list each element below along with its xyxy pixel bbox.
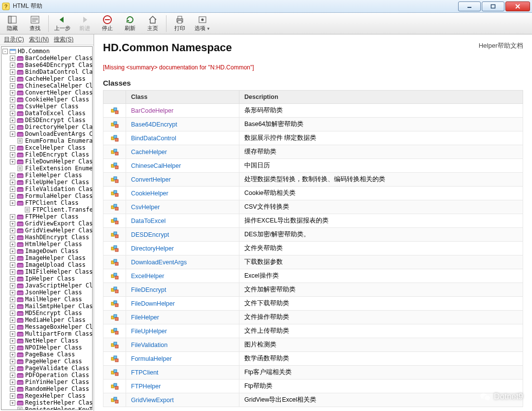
class-link[interactable]: FileUpHelper [131,328,167,335]
class-link[interactable]: CookieHelper [131,190,168,197]
expand-icon[interactable] [10,304,15,309]
expand-icon[interactable] [10,125,15,130]
expand-icon[interactable] [10,393,15,399]
expand-icon[interactable] [10,290,15,295]
tree-node[interactable]: RegexHelper Class [9,392,83,399]
tree-node[interactable]: DataToExcel Class [9,110,83,117]
tree-node[interactable]: RegisterHelper Class [9,399,83,406]
tree-node[interactable]: BindDataControl Clas [9,68,83,75]
class-link[interactable]: CacheHelper [131,149,167,156]
class-link[interactable]: ChineseCalHelper [131,162,181,169]
tree-node[interactable]: ImageUpload Class [9,261,83,268]
expand-icon[interactable] [10,276,15,282]
class-link[interactable]: ConvertHelper [131,176,171,183]
expand-icon[interactable] [10,255,15,261]
expand-icon[interactable] [10,400,15,406]
expand-icon[interactable] [10,111,15,116]
expand-icon[interactable] [10,221,15,226]
tree-node[interactable]: RandomHelper Class [9,385,83,392]
tree-node[interactable]: FileValidation Class [9,186,83,192]
tab-search[interactable]: 搜索(S) [52,34,75,45]
class-link[interactable]: FileHelper [131,314,159,321]
class-link[interactable]: BarCodeHelper [131,107,173,114]
tree-node[interactable]: FTPClient Class [9,199,83,206]
tree-node[interactable]: PDFOperation Class [9,372,83,379]
tree-node[interactable]: NPOIHelper Class [9,344,83,351]
tree-node[interactable]: IpHelper Class [9,275,83,282]
close-button[interactable] [505,1,530,11]
tree-node[interactable]: FileHelper Class [9,172,83,179]
expand-icon[interactable] [10,90,15,95]
expand-icon[interactable] [10,214,15,220]
tree-node[interactable]: GridViewExport Class [9,220,83,227]
expand-icon[interactable] [10,249,15,254]
tree-node[interactable]: INIFileHelper Class [9,268,83,275]
class-link[interactable]: FileValidation [131,342,167,348]
refresh-button[interactable]: 刷新 [120,14,140,33]
class-link[interactable]: DownloadEventArgs [131,259,187,266]
tree-node[interactable]: PinYinHelper Class [9,379,83,385]
expand-icon[interactable] [10,180,15,185]
tree-node[interactable]: FTPClient.TransferTy [9,206,83,213]
tree-node[interactable]: JavaScriptHelper Cla [9,282,83,289]
expand-icon[interactable] [10,76,15,82]
expand-icon[interactable] [10,352,15,357]
tree-node[interactable]: CacheHelper Class [9,75,83,82]
expand-icon[interactable] [10,145,15,151]
tree-node[interactable]: FileDownHelper Class [9,158,83,165]
expand-icon[interactable] [10,187,15,192]
tree-node[interactable]: NetHelper Class [9,337,83,344]
tree-node[interactable]: FileExtension Enumer [9,165,83,172]
expand-icon[interactable] [10,269,15,275]
tree-node[interactable]: ConvertHelper Class [9,89,83,96]
expand-icon[interactable] [10,242,15,247]
class-link[interactable]: FileDownHelper [131,300,175,307]
expand-icon[interactable] [10,235,15,240]
class-link[interactable]: FileDEncrypt [131,286,166,293]
expand-icon[interactable] [10,262,15,268]
options-button[interactable]: 选项▼ [192,14,213,33]
collapse-icon[interactable] [2,49,8,54]
hide-button[interactable]: 隐藏 [2,14,23,33]
expand-icon[interactable] [10,131,15,137]
tree-node[interactable]: FileDEncrypt Class [9,151,83,158]
expand-icon[interactable] [10,283,15,288]
expand-icon[interactable] [10,97,15,102]
expand-icon[interactable] [10,366,15,371]
stop-button[interactable]: 停止 [97,14,118,33]
class-link[interactable]: FormulaHelper [131,355,172,362]
expand-icon[interactable] [10,317,15,323]
back-button[interactable]: 上一步 [52,14,72,33]
class-link[interactable]: CsvHelper [131,204,160,211]
expand-icon[interactable] [10,69,15,75]
minimize-button[interactable] [458,1,481,11]
tab-toc[interactable]: 目录(C) [2,34,26,45]
tree-view[interactable]: HD.Common BarCodeHelper ClassBase64DEncr… [1,47,92,410]
home-button[interactable]: 主页 [142,14,163,33]
expand-icon[interactable] [10,345,15,350]
expand-icon[interactable] [10,311,15,316]
tree-node[interactable]: HashDEncrypt Class [9,234,83,241]
tree-node[interactable]: FileUpHelper Class [9,179,83,186]
tree-node[interactable]: GridViewHelper Class [9,227,83,234]
expand-icon[interactable] [10,373,15,378]
tree-node[interactable]: DownloadEventArgs Cl [9,130,83,137]
tree-node[interactable]: CsvHelper Class [9,103,83,110]
tree-node[interactable]: MessageBoxHelper Cla [9,323,83,330]
tree-node[interactable]: HtmlHelper Class [9,241,83,248]
expand-icon[interactable] [10,324,15,330]
tree-node[interactable]: MD5Encrypt Class [9,310,83,316]
expand-icon[interactable] [10,152,15,158]
tree-node[interactable]: PageHelper Class [9,358,83,365]
tree-node[interactable]: Base64DEncrypt Class [9,62,83,68]
print-button[interactable]: 打印 [169,14,190,33]
expand-icon[interactable] [10,118,15,123]
tree-node[interactable]: ChineseCalHelper Cla [9,82,83,89]
class-link[interactable]: ExcelHelper [131,273,164,280]
tree-node[interactable]: ImageDown Class [9,248,83,254]
tree-node[interactable]: MailSmtpHelper Class [9,303,83,310]
tree-node[interactable]: MediaHelper Class [9,316,83,323]
expand-icon[interactable] [10,83,15,89]
content-area[interactable]: HD.Common Namespace Helper帮助文档 [Missing … [94,34,532,411]
expand-icon[interactable] [10,193,15,199]
